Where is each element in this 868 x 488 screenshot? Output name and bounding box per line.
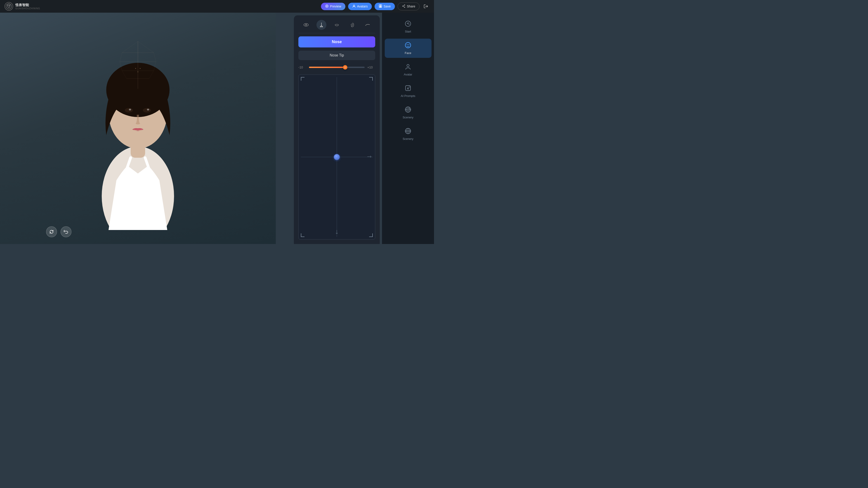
face-mesh-overlay — [115, 39, 160, 91]
preview-icon — [325, 4, 329, 8]
header-buttons: Preview Avatars Save Share — [321, 2, 430, 10]
avatars-button[interactable]: Avatars — [348, 3, 372, 10]
slider-min: -10 — [298, 66, 306, 69]
start-label: Start — [405, 30, 411, 33]
sidebar-item-face[interactable]: Face — [385, 39, 432, 58]
scenery1-icon — [405, 106, 411, 114]
share-label: Share — [407, 4, 415, 8]
corner-tl — [301, 77, 305, 80]
svg-line-33 — [122, 71, 127, 78]
svg-point-19 — [143, 108, 151, 112]
svg-point-18 — [125, 108, 133, 112]
corner-tr — [369, 77, 373, 80]
sidebar-item-avatar[interactable]: Avatar — [385, 60, 432, 79]
avatar-label: Avatar — [404, 73, 412, 76]
tab-icons — [298, 20, 375, 33]
avatars-label: Avatars — [357, 4, 368, 8]
slider-track[interactable] — [309, 67, 365, 68]
svg-point-20 — [129, 109, 131, 110]
svg-point-47 — [407, 64, 409, 67]
logo-area: 怪兽智能 GUAISHOUZHINING — [4, 2, 40, 11]
tab-eye[interactable] — [301, 20, 311, 30]
scenery1-label: Scenery — [403, 116, 413, 119]
bottom-controls — [0, 226, 118, 237]
svg-point-43 — [408, 23, 408, 24]
share-button[interactable]: Share — [398, 2, 420, 10]
avatar-icon — [405, 63, 411, 71]
avatar-container — [81, 27, 194, 230]
logo-text: 怪兽智能 GUAISHOUZHINING — [16, 3, 40, 10]
svg-point-5 — [353, 5, 355, 6]
ai-prompts-label: AI Prompts — [401, 94, 415, 98]
slider-max: +10 — [367, 66, 375, 69]
tab-nose[interactable] — [316, 20, 327, 30]
refresh-button[interactable] — [46, 226, 57, 237]
preview-label: Preview — [330, 4, 341, 8]
share-icon — [402, 4, 405, 8]
corner-br — [369, 233, 373, 237]
svg-point-46 — [408, 44, 409, 45]
tab-lips[interactable] — [332, 20, 342, 30]
start-icon — [405, 20, 411, 29]
save-label: Save — [383, 4, 391, 8]
svg-line-32 — [154, 62, 156, 71]
svg-point-1 — [7, 5, 8, 6]
save-button[interactable]: Save — [375, 3, 395, 10]
slider-fill — [309, 67, 345, 68]
svg-point-4 — [326, 5, 327, 6]
svg-point-21 — [147, 109, 149, 110]
logout-button[interactable] — [422, 3, 430, 10]
corner-bl — [301, 233, 305, 237]
sidebar-item-start[interactable]: Start — [385, 17, 432, 36]
svg-point-39 — [305, 24, 307, 26]
vertical-arrow — [335, 230, 338, 235]
control-pad[interactable] — [298, 74, 375, 239]
svg-point-44 — [405, 42, 411, 48]
slider-section: -10 +10 — [298, 66, 375, 69]
svg-point-2 — [9, 5, 10, 6]
scenery2-icon — [405, 128, 411, 136]
svg-line-30 — [154, 53, 156, 62]
slider-thumb[interactable] — [343, 65, 347, 70]
nose-label: Nose — [332, 39, 342, 44]
avatars-icon — [352, 4, 356, 8]
undo-button[interactable] — [61, 226, 71, 237]
tab-ear[interactable] — [347, 20, 357, 30]
face-label: Face — [405, 51, 411, 55]
nose-button[interactable]: Nose — [298, 36, 375, 47]
face-icon — [405, 42, 411, 50]
sidebar-item-ai-prompts[interactable]: A AI Prompts — [385, 82, 432, 101]
header: 怪兽智能 GUAISHOUZHINING Preview Avatars Sav… — [0, 0, 434, 13]
svg-rect-8 — [379, 6, 381, 7]
tab-brow[interactable] — [363, 20, 373, 30]
svg-line-13 — [403, 6, 405, 7]
horizontal-arrow — [367, 155, 371, 159]
svg-line-31 — [120, 62, 122, 71]
svg-point-36 — [140, 68, 141, 69]
sidebar-item-scenery2[interactable]: Scenery — [385, 125, 432, 144]
svg-line-29 — [120, 53, 122, 62]
sidebar-item-scenery1[interactable]: Scenery — [385, 103, 432, 122]
svg-line-34 — [149, 71, 154, 78]
svg-point-45 — [407, 44, 408, 45]
logo-icon — [4, 2, 13, 11]
svg-point-35 — [135, 68, 136, 69]
preview-button[interactable]: Preview — [321, 3, 345, 10]
save-icon — [379, 4, 382, 8]
right-panel: Nose Nose Tip -10 +10 — [294, 15, 380, 244]
nose-tip-button[interactable]: Nose Tip — [298, 51, 375, 60]
svg-text:A: A — [407, 87, 409, 90]
scenery2-label: Scenery — [403, 137, 413, 140]
svg-line-27 — [122, 41, 138, 53]
svg-rect-7 — [380, 5, 381, 6]
pad-handle[interactable] — [334, 154, 340, 160]
svg-line-12 — [403, 5, 405, 6]
svg-line-28 — [138, 41, 154, 53]
canvas-area — [0, 13, 276, 244]
nose-tip-label: Nose Tip — [330, 53, 344, 57]
far-right-sidebar: Start Face Avatar A — [382, 13, 434, 244]
ai-prompts-icon: A — [405, 85, 411, 93]
svg-point-37 — [137, 71, 138, 72]
